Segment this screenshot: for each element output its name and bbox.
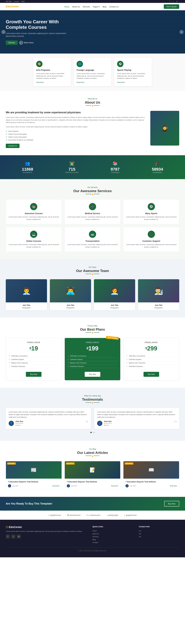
member-4-role: Designation [140,307,178,308]
dot-active[interactable] [90,432,92,433]
author-1-role: Director [15,424,23,426]
courses-svc-desc: Lorem ipsum dolor sit amet, consectetur … [8,216,59,220]
nav-about[interactable]: About Us [72,6,80,8]
transport-svc-icon: 🚌 [89,231,96,238]
footer-copyright: © 2017 EduCenter. All Rights Reserved. [78,550,107,552]
blog-readmore-2[interactable]: Read More [111,485,118,487]
language-read-more[interactable]: Read More [77,82,84,83]
courses-label: COURSES [111,172,120,173]
team-photo-4: 👨‍🔬 [138,279,179,302]
logo[interactable]: EduCenter [6,5,19,8]
blog-content-2: 7 Education Reports That Defined 👤 July … [65,478,120,490]
blog-title-1: 7 Education Reports That Defined [8,481,60,483]
hero-watch-button[interactable]: ▶ Watch About [19,41,33,44]
footer-link-about[interactable]: About Us [92,532,133,535]
footer-links-list: Home About Us Services Blog Contact [92,530,133,544]
sports-svc-desc: Lorem ipsum dolor sit amet, consectetur … [126,216,177,220]
footer-link-services[interactable]: Services [92,535,133,538]
pricing-title: Our Best Plans [6,328,179,332]
linkedin-icon[interactable]: in [176,0,178,2]
arts-read-more[interactable]: Read More [36,82,44,83]
pricing-plan-1: FREELANCE $19 1500 Max Connections Unlim… [6,338,62,380]
blog-divider-line-left [86,456,91,456]
plan-3-buy-button[interactable]: Buy Now [144,372,159,377]
learners-icon: 🎓 [152,161,163,166]
courses-icon: 📚 [111,161,120,166]
blog-author-avatar-3: 👤 [125,484,129,488]
about-divider [6,105,179,106]
facebook-icon[interactable]: f [170,0,170,2]
about-title: About Us [6,100,179,104]
testimonial-2-author: 👤 John Doe ★★★★★ Director [97,420,176,426]
plan-1-name: FREELANCE [9,342,59,344]
footer-link-blog[interactable]: Blog [92,538,133,541]
online-svc-desc: Lorem ipsum dolor sit amet, consectetur … [8,243,59,248]
dot-inactive[interactable] [93,432,95,433]
footer-link-contact[interactable]: Contact [92,541,133,544]
team-section: Our Team Our Awesome Team 👨‍💼 Job Title … [0,259,185,318]
about-feature-4: Successful Growth to our Institution [6,138,146,141]
member-3-title: Job Title [96,304,133,306]
footer-facebook-icon[interactable]: f [6,534,10,538]
partner-1: G graphicriver [48,514,61,516]
footer-grid: ⬡ EduCenter Lorem ipsum dolor sit amet, … [6,526,179,544]
twitter-icon[interactable]: t [173,0,173,2]
nav-home[interactable]: Home [64,6,69,8]
cta-section: Are You Ready To Buy This Template! Buy … [0,497,185,510]
support-svc-desc: Lorem ipsum dolor sit amet, consectetur … [126,243,177,248]
language-icon: 🌐 [77,61,83,67]
hero-services-button[interactable]: Services [6,40,18,45]
feature-card-sports: ⚽ Sports Playing Lorem ipsum dolor sit a… [114,58,152,86]
plan-1-buy-button[interactable]: Buy Now [26,372,41,377]
blog-content-1: 7 Education Reports That Defined 👤 July … [6,478,62,490]
sports-read-more[interactable]: Read More [117,82,125,83]
partners-section: G graphicriver 🌿 themeforest </> codecan… [0,510,185,520]
nav-pages[interactable]: Pages ▾ [93,6,100,8]
plan-3-feature-2: Unlimited Support [126,358,176,361]
about-feature-1: Arts Programs [6,130,146,133]
medical-svc-title: Medical Service [67,212,118,214]
contact-us-button[interactable]: Contact Us [6,144,19,148]
blog-readmore-3[interactable]: Read More [170,485,177,487]
footer-quick-links: Quick Links Home About Us Services Blog … [92,526,133,544]
hero-title: Growth You Career With Complete Courses [6,19,66,30]
author-1-info: John Doe ★★★★★ Director [15,420,23,426]
blog-readmore-1[interactable]: Read More [52,485,59,487]
footer-link-home[interactable]: Home [92,530,133,532]
blog-date-1: July 2017 [12,485,18,487]
sports-svc-icon: ⚽ [148,203,155,210]
testimonial-1-text: Lorem ipsum dolor sit amet, consectetur … [9,411,88,418]
member-1-role: Designation [7,307,45,308]
footer-contact-2: xxx [139,532,179,535]
svc-divider-dot [92,194,93,195]
service-card-medical: ➕ Medical Service Lorem ipsum dolor sit … [65,200,121,224]
top-bar-social: f t in [170,0,179,2]
pricing-divider-line-left [86,332,91,333]
nav-contact[interactable]: Contact Us [109,6,119,8]
sports-description: Lorem ipsum dolor sit amet, consectetur … [117,72,149,80]
testimonials-divider [6,402,179,404]
arts-title: Arts Programs [36,69,68,71]
blog-tag-1: Education [7,462,16,464]
footer-twitter-icon[interactable]: t [11,534,15,538]
stat-students: 👥 11868 STUDENTS [22,161,33,173]
faq-link[interactable]: FAQ [21,0,24,2]
nav-blog[interactable]: Blog [103,6,106,8]
plan-1-feature-2: Unlimited Support [9,358,59,361]
team-divider-line-left [86,274,91,274]
hero-next-button[interactable]: › [180,30,184,34]
plan-3-feature-4: Unlimited Channels [126,364,176,368]
nav-services[interactable]: Services [83,6,90,8]
footer-linkedin-icon[interactable]: in [17,534,21,538]
get-quote-button[interactable]: Get A Quote [164,4,179,9]
stat-courses: 📚 9787 COURSES [111,161,120,173]
cta-button[interactable]: Buy Now [164,501,179,506]
partner-3: </> codecanyon [86,514,100,516]
hero-prev-button[interactable]: ‹ [1,30,5,34]
contact-link[interactable]: Contact [14,0,19,2]
footer-description: Lorem ipsum dolor sit amet, consectetur … [6,530,87,533]
footer-logo: ⬡ EduCenter [6,526,87,529]
plan-2-buy-button[interactable]: Buy Now [85,372,100,377]
blog-content-3: 7 Education Reports That Defined 👤 July … [123,478,179,490]
testimonials-subtitle: What Our Clients Say [6,395,179,397]
